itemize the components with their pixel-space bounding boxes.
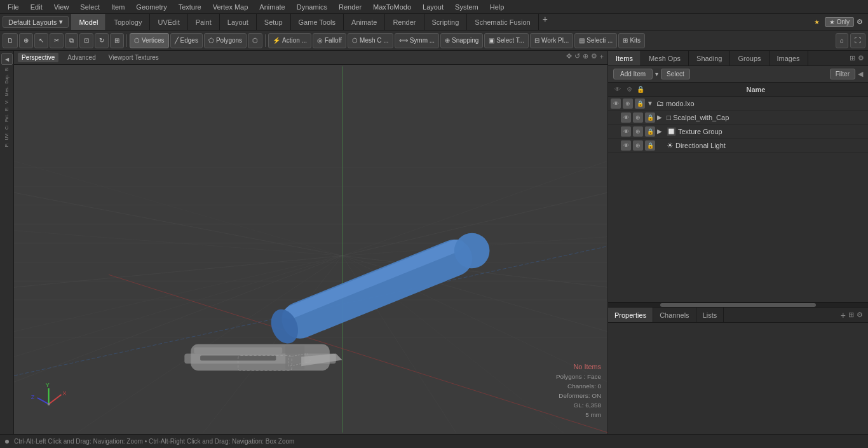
vis-eye-tex[interactable]: 👁 xyxy=(621,126,631,137)
expand-icon[interactable]: ⊞ xyxy=(850,54,855,62)
menu-view[interactable]: View xyxy=(49,2,74,12)
scrollbar-thumb[interactable] xyxy=(660,303,816,307)
tree-item-light[interactable]: 👁 ⊕ 🔒 ☀ Directional Light xyxy=(608,139,868,153)
toolbar-fullscreen[interactable]: ⛶ xyxy=(850,33,865,48)
vis-lock-light[interactable]: 🔒 xyxy=(645,140,655,151)
toolbar-symm[interactable]: ⟺ Symm ... xyxy=(395,33,439,48)
menu-maxtomodo[interactable]: MaxToModo xyxy=(368,2,416,12)
menu-dynamics[interactable]: Dynamics xyxy=(292,2,332,12)
toolbar-copy[interactable]: ⧉ xyxy=(65,33,78,48)
tree-arrow-scalpel[interactable]: ▶ xyxy=(657,114,665,121)
vp-plus-icon[interactable]: + xyxy=(600,53,604,60)
toolbar-polygons[interactable]: ⬠ Polygons xyxy=(204,33,247,48)
toolbar-edges[interactable]: ╱ Edges xyxy=(170,33,203,48)
viewport-tab-textures[interactable]: Viewport Textures xyxy=(105,53,163,62)
settings-icon[interactable]: ⚙ xyxy=(857,18,863,26)
toolbar-selectt[interactable]: ▣ Select T... xyxy=(484,33,529,48)
add-item-button[interactable]: Add Item xyxy=(613,69,653,79)
menu-file[interactable]: File xyxy=(3,2,24,12)
only-badge[interactable]: ★ Only xyxy=(825,17,854,27)
toolbar-rotate[interactable]: ↻ xyxy=(95,33,109,48)
viewport-tab-advanced[interactable]: Advanced xyxy=(64,53,99,62)
tab-gametools[interactable]: Game Tools xyxy=(291,14,344,30)
menu-help[interactable]: Help xyxy=(485,2,510,12)
panel-tab-shading[interactable]: Shading xyxy=(689,51,730,65)
toolbar-home[interactable]: ⌂ xyxy=(836,33,848,48)
vis-add-scalpel[interactable]: ⊕ xyxy=(633,112,643,123)
vis-lock-scalpel[interactable]: 🔒 xyxy=(645,112,655,123)
tab-topology[interactable]: Topology xyxy=(106,14,150,30)
toolbar-action[interactable]: ⚡ Action ... xyxy=(268,33,311,48)
menu-system[interactable]: System xyxy=(450,2,484,12)
tree-item-modo-lxo[interactable]: 👁 ⊕ 🔒 ▼ 🗂 modo.lxo xyxy=(608,97,868,111)
panel-tab-images[interactable]: Images xyxy=(770,51,808,65)
viewport[interactable]: Perspective Advanced Viewport Textures ✥… xyxy=(14,51,607,434)
menu-layout[interactable]: Layout xyxy=(417,2,449,12)
vp-zoom-icon[interactable]: ⊕ xyxy=(583,52,588,60)
viewport-tab-perspective[interactable]: Perspective xyxy=(18,53,58,62)
add-layout-tab-button[interactable]: + xyxy=(539,14,552,30)
tree-arrow-tex[interactable]: ▶ xyxy=(657,128,665,135)
viewport-canvas[interactable]: No Items Polygons : Face Channels: 0 Def… xyxy=(14,65,607,434)
vis-eye-scalpel[interactable]: 👁 xyxy=(621,112,631,123)
sidebar-toggle[interactable]: ◀ xyxy=(1,53,13,65)
toolbar-snapping[interactable]: ⊕ Snapping xyxy=(440,33,483,48)
layout-dropdown[interactable]: Default Layouts ▾ xyxy=(3,16,69,28)
menu-edit[interactable]: Edit xyxy=(25,2,48,12)
vis-lock-tex[interactable]: 🔒 xyxy=(645,126,655,137)
menu-animate[interactable]: Animate xyxy=(254,2,290,12)
tree-item-texgroup[interactable]: 👁 ⊕ 🔒 ▶ 🔲 Texture Group xyxy=(608,125,868,139)
toolbar-workpl[interactable]: ⊟ Work Pl... xyxy=(530,33,573,48)
toolbar-mode4[interactable]: ⬡ xyxy=(248,33,262,48)
menu-geometry[interactable]: Geometry xyxy=(131,2,172,12)
expand-props-icon[interactable]: ⊞ xyxy=(848,311,854,319)
tab-schematic[interactable]: Schematic Fusion xyxy=(467,14,538,30)
toolbar-snip[interactable]: ✂ xyxy=(50,33,64,48)
props-tab-channels[interactable]: Channels xyxy=(653,308,696,322)
items-scrollbar[interactable] xyxy=(608,302,868,307)
toolbar-file-new[interactable]: 🗋 xyxy=(3,33,18,48)
toolbar-transform[interactable]: ⊡ xyxy=(79,33,93,48)
tab-model[interactable]: Model xyxy=(71,14,106,30)
toolbar-scale[interactable]: ⊞ xyxy=(110,33,124,48)
vp-settings-icon[interactable]: ⚙ xyxy=(591,52,597,60)
toolbar-falloff[interactable]: ◎ Falloff xyxy=(313,33,346,48)
tab-scripting[interactable]: Scripting xyxy=(424,14,468,30)
tab-setup[interactable]: Setup xyxy=(257,14,291,30)
menu-vertexmap[interactable]: Vertex Map xyxy=(208,2,254,12)
vp-pan-icon[interactable]: ✥ xyxy=(566,52,572,60)
menu-item[interactable]: Item xyxy=(106,2,130,12)
collapse-icon[interactable]: ◀ xyxy=(858,70,863,78)
toolbar-open[interactable]: ⊕ xyxy=(19,33,33,48)
vis-add-modo[interactable]: ⊕ xyxy=(623,98,633,109)
settings-props-icon[interactable]: ⚙ xyxy=(857,311,863,319)
plus-icon-props[interactable]: + xyxy=(841,310,846,320)
toolbar-kits[interactable]: ⊞ Kits xyxy=(618,33,645,48)
tree-arrow-modo[interactable]: ▼ xyxy=(647,100,654,107)
tree-item-scalpel[interactable]: 👁 ⊕ 🔒 ▶ □ Scalpel_with_Cap xyxy=(608,111,868,125)
tab-uvedit[interactable]: UVEdit xyxy=(150,14,187,30)
filter-button[interactable]: Filter xyxy=(830,69,855,79)
vis-add-light[interactable]: ⊕ xyxy=(633,140,643,151)
tab-paint[interactable]: Paint xyxy=(188,14,220,30)
vis-lock-modo[interactable]: 🔒 xyxy=(635,98,645,109)
vis-eye-light[interactable]: 👁 xyxy=(621,140,631,151)
vp-rotate-icon[interactable]: ↺ xyxy=(574,52,580,60)
toolbar-vertices[interactable]: ⬡ Vertices xyxy=(130,33,169,48)
panel-tab-meshops[interactable]: Mesh Ops xyxy=(641,51,689,65)
toolbar-select-mode[interactable]: ↖ xyxy=(34,33,48,48)
panel-tab-groups[interactable]: Groups xyxy=(730,51,769,65)
toolbar-meshc[interactable]: ⬡ Mesh C ... xyxy=(348,33,393,48)
props-tab-lists[interactable]: Lists xyxy=(696,308,724,322)
add-item-dropdown-arrow[interactable]: ▾ xyxy=(655,71,658,78)
select-button[interactable]: Select xyxy=(661,69,690,79)
toolbar-selecti[interactable]: ▤ Selecti ... xyxy=(574,33,617,48)
tab-render[interactable]: Render xyxy=(385,14,424,30)
menu-texture[interactable]: Texture xyxy=(173,2,207,12)
props-tab-properties[interactable]: Properties xyxy=(608,308,653,322)
panel-tab-items[interactable]: Items xyxy=(608,51,641,65)
vis-add-tex[interactable]: ⊕ xyxy=(633,126,643,137)
tab-animate[interactable]: Animate xyxy=(344,14,385,30)
vis-eye-modo[interactable]: 👁 xyxy=(611,98,621,109)
menu-select[interactable]: Select xyxy=(75,2,105,12)
